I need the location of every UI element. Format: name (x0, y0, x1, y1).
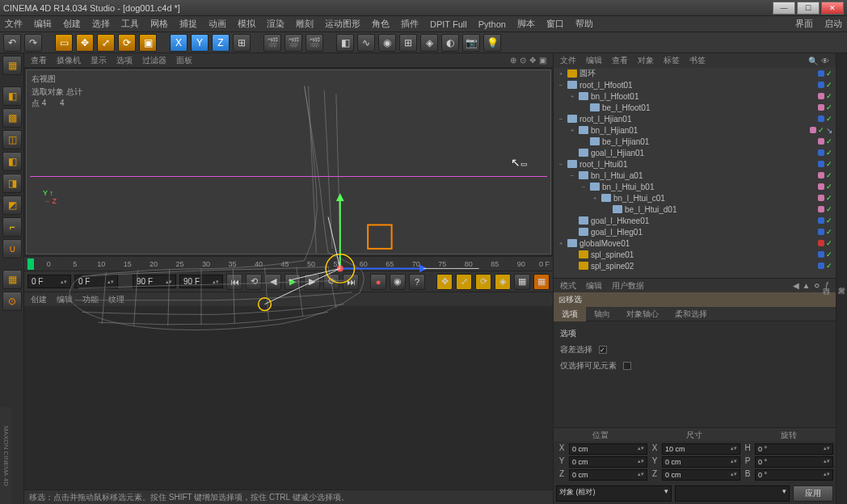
redo-btn[interactable]: ↷ (24, 34, 42, 52)
view-nav-icon[interactable]: ⊕ (510, 56, 516, 65)
object-tree[interactable]: +圆环✓−root_l_Hfoot01✓+bn_l_Hfoot01✓be_l_H… (554, 68, 836, 278)
workplane-mode[interactable]: ◫ (2, 130, 22, 149)
environment-tool[interactable]: ◐ (441, 34, 459, 52)
window-close[interactable]: ✕ (821, 2, 844, 15)
tree-row[interactable]: −root_l_Hfoot01✓ (554, 79, 836, 90)
viewport[interactable]: 右视图 选取对象 总计 点 4 4 (26, 69, 551, 254)
select-tool[interactable]: ▭ (55, 34, 73, 52)
view-tab[interactable]: 摄像机 (57, 55, 81, 66)
menu-雕刻[interactable]: 雕刻 (296, 18, 314, 30)
menu-DPIT Full[interactable]: DPIT Full (430, 19, 467, 29)
workplane-btn[interactable]: ▦ (2, 270, 22, 289)
tree-row[interactable]: +bn_l_Hfoot01✓ (554, 90, 836, 102)
tree-row[interactable]: goal_l_Hknee01✓ (554, 215, 836, 226)
menu-工具[interactable]: 工具 (121, 18, 139, 30)
apply-button[interactable]: 应用 (793, 485, 833, 502)
render-settings[interactable]: 🎬 (306, 34, 323, 52)
menu-帮助[interactable]: 帮助 (575, 18, 593, 30)
menu-插件[interactable]: 插件 (401, 18, 419, 30)
tree-row[interactable]: be_l_Hfoot01✓ (554, 102, 836, 113)
window-min[interactable]: — (773, 2, 795, 15)
attr-fn-icon[interactable]: ƒ (824, 281, 829, 290)
menu-Python[interactable]: Python (478, 19, 506, 29)
menu-文件[interactable]: 文件 (5, 18, 23, 30)
texture-mode[interactable]: ▩ (2, 108, 22, 128)
window-max[interactable]: ☐ (797, 2, 820, 15)
menu-创建[interactable]: 创建 (63, 18, 81, 30)
model-mode[interactable]: ◧ (2, 86, 22, 106)
tolerance-checkbox[interactable] (599, 346, 607, 354)
view-zoom-icon[interactable]: ⊙ (520, 56, 526, 65)
coord-size-select[interactable]: ▾ (675, 485, 790, 502)
light-tool[interactable]: 💡 (483, 34, 501, 52)
attr-lock-icon[interactable]: ⭘ (813, 281, 821, 290)
menu-角色[interactable]: 角色 (372, 18, 390, 30)
deformer-tool[interactable]: ◈ (420, 34, 438, 52)
menu-选择[interactable]: 选择 (92, 18, 110, 30)
view-tab[interactable]: 过滤器 (142, 55, 166, 66)
tree-row[interactable]: goal_l_Hleg01✓ (554, 226, 836, 237)
tree-row[interactable]: +globalMove01✓ (554, 237, 836, 249)
tree-row[interactable]: spl_spine01✓ (554, 249, 836, 260)
move-tool[interactable]: ✥ (76, 34, 94, 52)
array-tool[interactable]: ⊞ (399, 34, 417, 52)
search-icon[interactable]: 🔍 (808, 57, 818, 65)
visible-only-checkbox[interactable] (623, 362, 631, 370)
view-tab[interactable]: 选项 (116, 55, 133, 66)
attr-nav-back[interactable]: ◀ (793, 281, 799, 290)
coord-mode-select[interactable]: 对象 (相对)▾ (556, 485, 672, 502)
brand-logo: MAXON CINEMA 4D (0, 407, 11, 504)
view-tab[interactable]: 显示 (91, 55, 107, 66)
spline-tool[interactable]: ∿ (357, 34, 375, 52)
tree-row[interactable]: +bn_l_Hjian01✓↘ (554, 124, 836, 136)
axis-x[interactable]: X (170, 34, 188, 52)
scale-tool[interactable]: ⤢ (97, 34, 115, 52)
far-right-bar: 对象 内容 (836, 53, 847, 504)
tree-row[interactable]: −bn_l_Htui_a01✓ (554, 170, 836, 181)
axis-z[interactable]: Z (212, 34, 230, 52)
menu-编辑[interactable]: 编辑 (34, 18, 52, 30)
tree-row[interactable]: goal_l_Hjian01✓ (554, 147, 836, 158)
nurbs-tool[interactable]: ◉ (378, 34, 396, 52)
rotate-tool[interactable]: ⟳ (118, 34, 136, 52)
tree-row[interactable]: be_l_Hjian01✓ (554, 136, 836, 147)
tree-row[interactable]: −bn_l_Htui_b01✓ (554, 181, 836, 192)
menu-模拟[interactable]: 模拟 (238, 18, 255, 30)
magnet-mode[interactable]: ∪ (2, 239, 22, 258)
menubar: 文件编辑创建选择工具网格捕捉动画模拟渲染雕刻运动图形角色插件DPIT FullP… (0, 16, 847, 32)
svg-line-9 (289, 268, 340, 280)
snap-btn[interactable]: ⊙ (2, 292, 22, 311)
view-tab[interactable]: 面板 (176, 55, 192, 66)
point-mode[interactable]: ◧ (2, 152, 22, 171)
menu-网格[interactable]: 网格 (150, 18, 168, 30)
edge-mode[interactable]: ◨ (2, 174, 22, 193)
tree-row[interactable]: +圆环✓ (554, 68, 836, 79)
attr-nav-fwd[interactable]: ▲ (803, 281, 811, 290)
render-view[interactable]: 🎬 (263, 34, 281, 52)
render-region[interactable]: 🎬 (284, 34, 302, 52)
tree-row[interactable]: spl_spine02✓ (554, 260, 836, 271)
menu-脚本[interactable]: 脚本 (517, 18, 535, 30)
menu-渲染[interactable]: 渲染 (267, 18, 284, 30)
tree-row[interactable]: +bn_l_Htui_c01✓ (554, 192, 836, 204)
view-max-icon[interactable]: ▣ (539, 56, 546, 65)
eye-icon[interactable]: 👁 (821, 57, 829, 65)
tree-row[interactable]: −root_l_Hjian01✓ (554, 113, 836, 124)
menu-动画[interactable]: 动画 (209, 18, 226, 30)
axis-mode[interactable]: ⌐ (2, 217, 22, 237)
cube-primitive[interactable]: ◧ (336, 34, 354, 52)
undo-btn[interactable]: ↶ (3, 34, 21, 52)
make-editable[interactable]: ▦ (2, 56, 22, 75)
menu-捕捉[interactable]: 捕捉 (179, 18, 197, 30)
axis-y[interactable]: Y (191, 34, 209, 52)
last-tool[interactable]: ▣ (139, 34, 157, 52)
menu-运动图形[interactable]: 运动图形 (325, 18, 360, 30)
tree-row[interactable]: −root_l_Htui01✓ (554, 158, 836, 170)
view-pan-icon[interactable]: ✥ (529, 56, 536, 65)
menu-窗口[interactable]: 窗口 (546, 18, 564, 30)
camera-tool[interactable]: 📷 (462, 34, 480, 52)
tree-row[interactable]: be_l_Htui_d01✓ (554, 204, 836, 215)
view-tab[interactable]: 查看 (31, 55, 47, 66)
coord-sys[interactable]: ⊞ (233, 34, 251, 52)
poly-mode[interactable]: ◩ (2, 195, 22, 215)
